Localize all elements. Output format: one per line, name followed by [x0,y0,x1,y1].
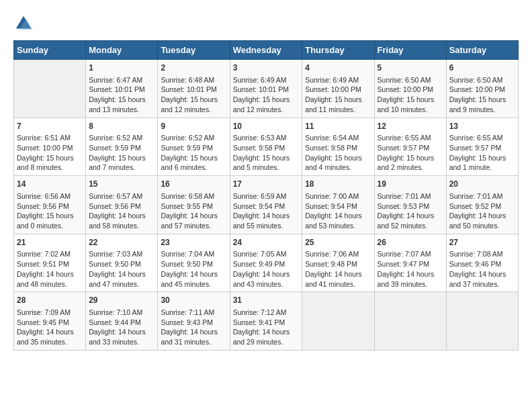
cell-content: Sunset: 9:59 PM [89,143,154,153]
cell-content: Daylight: 14 hours [305,269,371,279]
calendar-cell: 19Sunrise: 7:01 AMSunset: 9:53 PMDayligh… [374,176,446,234]
header-cell-friday: Friday [374,41,446,60]
cell-content: Sunset: 9:57 PM [378,143,443,153]
cell-content: and 41 minutes. [305,279,371,289]
calendar-week-row: 14Sunrise: 6:56 AMSunset: 9:56 PMDayligh… [14,176,519,234]
cell-content: and 43 minutes. [233,279,300,289]
calendar-cell: 16Sunrise: 6:58 AMSunset: 9:55 PMDayligh… [158,176,230,234]
cell-content: Sunrise: 7:10 AM [89,308,154,318]
day-number: 19 [378,179,443,190]
cell-content: and 12 minutes. [161,105,226,115]
cell-content: Sunrise: 6:55 AM [378,133,443,143]
cell-content: Daylight: 14 hours [89,211,154,221]
cell-content: Sunset: 9:50 PM [161,259,226,269]
cell-content: Sunset: 10:01 PM [233,85,300,95]
cell-content: and 1 minute. [449,163,515,173]
day-number: 28 [17,295,83,306]
day-number: 30 [161,295,226,306]
day-number: 25 [305,237,371,248]
cell-content: and 52 minutes. [378,221,443,231]
cell-content: Daylight: 15 hours [89,153,154,163]
cell-content: Sunset: 9:44 PM [89,318,154,328]
day-number: 26 [378,237,443,248]
calendar-week-row: 28Sunrise: 7:09 AMSunset: 9:45 PMDayligh… [14,292,519,351]
cell-content: Sunrise: 6:50 AM [449,75,515,85]
cell-content: Sunrise: 7:01 AM [378,191,443,201]
day-number: 22 [89,237,154,248]
cell-content: Sunset: 9:55 PM [161,201,226,212]
day-number: 15 [89,179,154,190]
cell-content: and 5 minutes. [233,163,300,173]
header-cell-saturday: Saturday [446,41,518,60]
header-cell-thursday: Thursday [302,41,374,60]
day-number: 3 [233,62,300,74]
calendar-cell [302,292,374,351]
calendar-cell: 5Sunrise: 6:50 AMSunset: 10:00 PMDayligh… [374,60,446,118]
cell-content: Daylight: 15 hours [305,153,371,163]
cell-content: Daylight: 14 hours [378,211,443,221]
cell-content: Daylight: 14 hours [378,269,443,279]
cell-content: Sunset: 10:00 PM [449,85,515,95]
cell-content: Daylight: 14 hours [161,327,226,337]
calendar-cell: 7Sunrise: 6:51 AMSunset: 10:00 PMDayligh… [14,118,86,176]
cell-content: Sunrise: 6:53 AM [233,133,300,143]
cell-content: Sunrise: 6:49 AM [233,75,300,85]
cell-content: Daylight: 14 hours [161,211,226,221]
cell-content: Sunset: 9:56 PM [17,201,83,212]
cell-content: Sunrise: 7:06 AM [305,249,371,259]
cell-content: Sunrise: 6:56 AM [17,191,83,201]
calendar-cell: 17Sunrise: 6:59 AMSunset: 9:54 PMDayligh… [230,176,302,234]
calendar-cell: 3Sunrise: 6:49 AMSunset: 10:01 PMDayligh… [230,60,302,118]
day-number: 5 [378,62,443,74]
cell-content: Sunrise: 6:50 AM [378,75,443,85]
cell-content: and 10 minutes. [378,105,443,115]
cell-content: Sunrise: 7:04 AM [161,249,226,259]
cell-content: Sunrise: 6:59 AM [233,191,300,201]
day-number: 1 [89,62,154,74]
day-number: 17 [233,179,300,190]
day-number: 12 [378,121,443,132]
header-cell-sunday: Sunday [14,41,86,60]
cell-content: Sunset: 9:58 PM [305,143,371,153]
cell-content: Daylight: 15 hours [378,95,443,105]
cell-content: Daylight: 14 hours [17,327,83,337]
day-number: 9 [161,121,226,132]
cell-content: Sunset: 9:54 PM [305,201,371,212]
calendar-week-row: 7Sunrise: 6:51 AMSunset: 10:00 PMDayligh… [14,118,519,176]
cell-content: Sunrise: 6:52 AM [89,133,154,143]
cell-content: Daylight: 14 hours [161,269,226,279]
cell-content: Sunrise: 7:07 AM [378,249,443,259]
calendar-week-row: 21Sunrise: 7:02 AMSunset: 9:51 PMDayligh… [14,234,519,292]
cell-content: Sunrise: 7:00 AM [305,191,371,201]
calendar-cell: 30Sunrise: 7:11 AMSunset: 9:43 PMDayligh… [158,292,230,351]
day-number: 2 [161,62,226,74]
cell-content: Sunrise: 7:09 AM [17,308,83,318]
calendar-cell: 23Sunrise: 7:04 AMSunset: 9:50 PMDayligh… [158,234,230,292]
cell-content: and 13 minutes. [89,105,154,115]
calendar-cell [374,292,446,351]
calendar-cell: 27Sunrise: 7:08 AMSunset: 9:46 PMDayligh… [446,234,518,292]
cell-content: Sunset: 9:59 PM [161,143,226,153]
calendar-cell: 9Sunrise: 6:52 AMSunset: 9:59 PMDaylight… [158,118,230,176]
cell-content: Sunrise: 7:03 AM [89,249,154,259]
cell-content: Sunrise: 7:12 AM [233,308,300,318]
cell-content: Daylight: 15 hours [233,153,300,163]
header-cell-tuesday: Tuesday [158,41,230,60]
cell-content: and 6 minutes. [161,163,226,173]
cell-content: Sunset: 9:49 PM [233,259,300,269]
day-number: 27 [449,237,515,248]
cell-content: and 12 minutes. [233,105,300,115]
day-number: 24 [233,237,300,248]
cell-content: Sunrise: 6:55 AM [449,133,515,143]
cell-content: Daylight: 15 hours [89,95,154,105]
day-number: 4 [305,62,371,74]
cell-content: Daylight: 15 hours [449,95,515,105]
cell-content: Sunrise: 6:54 AM [305,133,371,143]
cell-content: Sunrise: 7:08 AM [449,249,515,259]
calendar-cell: 8Sunrise: 6:52 AMSunset: 9:59 PMDaylight… [86,118,158,176]
day-number: 18 [305,179,371,190]
day-number: 16 [161,179,226,190]
cell-content: Daylight: 14 hours [449,269,515,279]
cell-content: and 58 minutes. [89,221,154,231]
cell-content: and 31 minutes. [161,337,226,347]
